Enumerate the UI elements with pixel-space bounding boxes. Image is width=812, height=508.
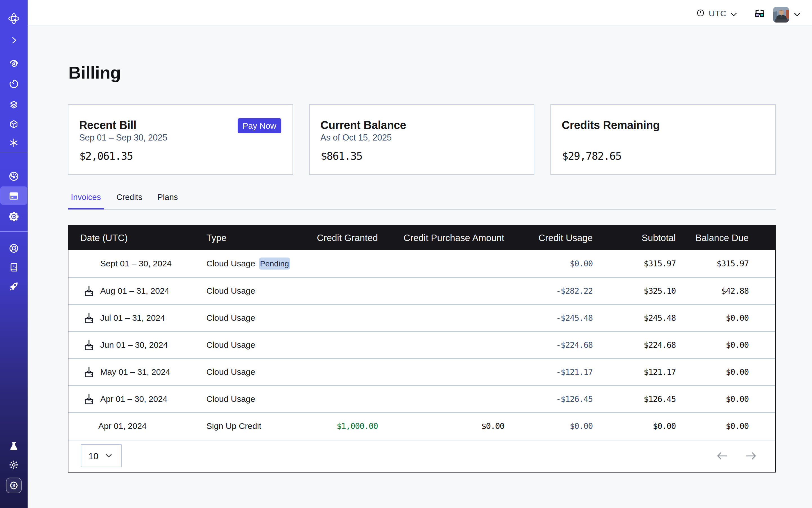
svg-text:$: $ [12, 483, 15, 488]
